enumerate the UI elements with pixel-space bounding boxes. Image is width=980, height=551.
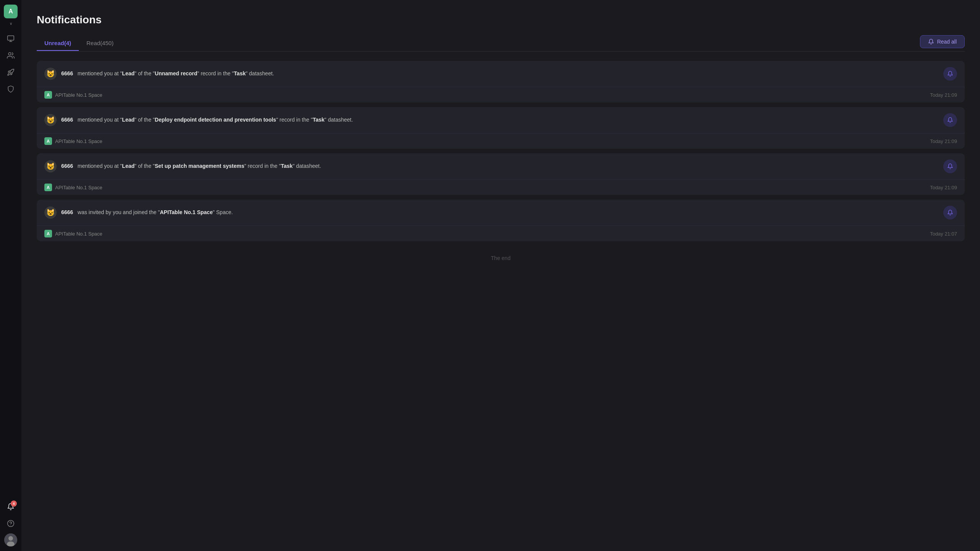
notif-time: Today 21:09	[930, 92, 957, 98]
people-icon[interactable]	[4, 49, 18, 62]
notif-time: Today 21:07	[930, 231, 957, 237]
notification-bottom: A APITable No.1 Space Today 21:07	[37, 226, 965, 241]
svg-rect-0	[8, 36, 14, 41]
notification-content: 😺 6666 was invited by you and joined the…	[44, 206, 943, 219]
notif-time: Today 21:09	[930, 185, 957, 190]
tabs-bar: Unread(4) Read(450) Read all	[37, 35, 965, 52]
notif-bell-icon[interactable]	[943, 67, 957, 81]
space-avatar: A	[44, 184, 52, 191]
notif-message: 6666 mentioned you at "Lead" of the "Set…	[61, 163, 321, 170]
rocket-icon[interactable]	[4, 65, 18, 79]
read-all-button[interactable]: Read all	[920, 35, 965, 48]
notif-bell-icon[interactable]	[943, 206, 957, 219]
space-name: APITable No.1 Space	[55, 231, 103, 237]
help-icon[interactable]	[4, 517, 18, 530]
workspace-chevron-icon[interactable]: ∨	[10, 21, 12, 26]
notif-user-avatar: 😺	[44, 114, 57, 126]
notification-bottom: A APITable No.1 Space Today 21:09	[37, 179, 965, 195]
notification-item: 😺 6666 mentioned you at "Lead" of the "S…	[37, 153, 965, 195]
notif-time: Today 21:09	[930, 138, 957, 144]
notification-item: 😺 6666 mentioned you at "Lead" of the "D…	[37, 107, 965, 149]
notif-space: A APITable No.1 Space	[44, 230, 103, 237]
notification-top: 😺 6666 was invited by you and joined the…	[37, 200, 965, 226]
svg-point-3	[8, 53, 11, 55]
space-avatar: A	[44, 137, 52, 145]
svg-point-7	[8, 536, 13, 541]
notif-bell-icon[interactable]	[943, 113, 957, 127]
notif-user-avatar: 😺	[44, 160, 57, 172]
notification-bell-wrapper: 4	[4, 500, 18, 514]
monitor-icon[interactable]	[4, 32, 18, 46]
end-label: The end	[37, 246, 965, 264]
notif-space: A APITable No.1 Space	[44, 184, 103, 191]
workspace-avatar[interactable]: A	[4, 5, 18, 18]
notification-top: 😺 6666 mentioned you at "Lead" of the "D…	[37, 107, 965, 133]
notification-content: 😺 6666 mentioned you at "Lead" of the "S…	[44, 160, 943, 172]
notif-user-avatar: 😺	[44, 206, 57, 219]
space-name: APITable No.1 Space	[55, 185, 103, 190]
tab-unread[interactable]: Unread(4)	[37, 36, 79, 51]
svg-point-4	[8, 520, 14, 527]
space-avatar: A	[44, 91, 52, 99]
page-title: Notifications	[37, 14, 965, 26]
space-name: APITable No.1 Space	[55, 92, 103, 98]
notif-user-avatar: 😺	[44, 68, 57, 80]
notification-content: 😺 6666 mentioned you at "Lead" of the "D…	[44, 114, 943, 126]
notif-space: A APITable No.1 Space	[44, 91, 103, 99]
shield-icon[interactable]	[4, 82, 18, 96]
user-avatar[interactable]	[4, 533, 17, 546]
notification-bottom: A APITable No.1 Space Today 21:09	[37, 87, 965, 102]
notification-bottom: A APITable No.1 Space Today 21:09	[37, 133, 965, 149]
notification-top: 😺 6666 mentioned you at "Lead" of the "S…	[37, 153, 965, 179]
notif-bell-icon[interactable]	[943, 159, 957, 173]
read-all-label: Read all	[937, 39, 957, 45]
notif-message: 6666 mentioned you at "Lead" of the "Unn…	[61, 70, 274, 78]
bell-check-icon	[928, 39, 934, 45]
notification-badge: 4	[11, 501, 17, 507]
space-avatar: A	[44, 230, 52, 237]
sidebar: A ∨ 4	[0, 0, 21, 551]
tabs: Unread(4) Read(450)	[37, 36, 121, 50]
notification-content: 😺 6666 mentioned you at "Lead" of the "U…	[44, 68, 943, 80]
notif-message: 6666 mentioned you at "Lead" of the "Dep…	[61, 116, 353, 124]
tab-read[interactable]: Read(450)	[79, 36, 121, 51]
notification-item: 😺 6666 was invited by you and joined the…	[37, 200, 965, 241]
notif-message: 6666 was invited by you and joined the "…	[61, 209, 233, 216]
notif-space: A APITable No.1 Space	[44, 137, 103, 145]
main-content: Notifications Unread(4) Read(450) Read a…	[21, 0, 980, 551]
space-name: APITable No.1 Space	[55, 138, 103, 144]
notification-top: 😺 6666 mentioned you at "Lead" of the "U…	[37, 61, 965, 87]
notifications-list: 😺 6666 mentioned you at "Lead" of the "U…	[37, 61, 965, 264]
notification-item: 😺 6666 mentioned you at "Lead" of the "U…	[37, 61, 965, 102]
